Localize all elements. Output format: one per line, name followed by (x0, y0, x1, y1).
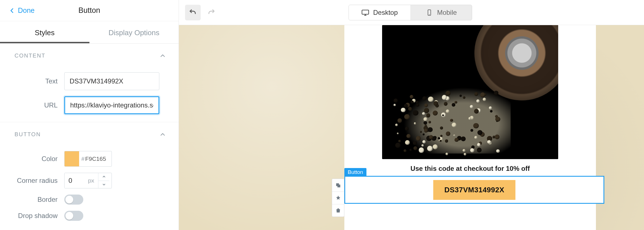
arrow-left-icon (9, 7, 16, 14)
button-url-input[interactable] (64, 96, 159, 114)
border-label: Border (0, 196, 64, 203)
section-button-label: BUTTON (15, 131, 41, 138)
color-hex[interactable]: #F9C165 (79, 155, 112, 162)
selected-block-label: Button (344, 168, 366, 177)
selected-block[interactable]: Button DS37VM314992X (344, 176, 604, 204)
caret-down-icon (102, 183, 106, 186)
device-switch: Desktop Mobile (349, 5, 472, 20)
section-content-body: Text URL (0, 61, 179, 122)
url-field-label: URL (0, 101, 64, 109)
color-swatch[interactable] (65, 151, 79, 166)
redo-icon (207, 8, 216, 17)
block-delete-button[interactable] (332, 204, 344, 217)
mobile-icon (425, 9, 433, 16)
block-toolbar (332, 179, 344, 217)
section-button-header[interactable]: BUTTON (0, 122, 179, 140)
undo-icon (189, 8, 197, 17)
canvas-topbar: Desktop Mobile (179, 0, 644, 25)
tab-styles[interactable]: Styles (0, 21, 89, 43)
radius-step-down[interactable] (98, 181, 109, 188)
button-text-input[interactable] (64, 72, 159, 90)
chevron-up-icon (160, 53, 166, 59)
device-mobile[interactable]: Mobile (410, 5, 472, 20)
editor-sidebar: Done Button Styles Display Options CONTE… (0, 0, 179, 230)
chevron-up-icon (160, 131, 166, 138)
svg-rect-0 (362, 10, 369, 14)
device-desktop[interactable]: Desktop (349, 5, 410, 20)
done-button[interactable]: Done (9, 6, 35, 15)
preview-stage: Use this code at checkout for 10% off Bu… (179, 25, 644, 230)
selected-block-frame: DS37VM314992X (344, 176, 604, 204)
corner-radius-label: Corner radius (0, 177, 64, 185)
corner-radius-input[interactable]: px (64, 173, 112, 188)
tab-display-options[interactable]: Display Options (89, 21, 179, 43)
sidebar-title: Button (78, 6, 100, 15)
block-duplicate-button[interactable] (332, 179, 344, 191)
hero-image (382, 25, 558, 159)
section-button-body: Color #F9C165 Corner radius px Border Dr… (0, 140, 179, 229)
section-content-label: CONTENT (15, 52, 46, 59)
duplicate-icon (335, 182, 341, 188)
svg-rect-3 (337, 185, 340, 187)
section-content-header[interactable]: CONTENT (0, 44, 179, 61)
trash-icon (335, 207, 341, 214)
text-field-label: Text (0, 77, 64, 85)
drop-shadow-label: Drop shadow (0, 212, 64, 220)
caret-up-icon (102, 175, 106, 178)
history-controls (185, 5, 219, 20)
undo-button[interactable] (185, 5, 201, 20)
drop-shadow-toggle[interactable] (64, 211, 83, 221)
radius-step-up[interactable] (98, 173, 109, 181)
border-toggle[interactable] (64, 195, 83, 205)
sidebar-tabs: Styles Display Options (0, 21, 179, 44)
preview-canvas: Desktop Mobile Use this code at checkout… (179, 0, 644, 230)
star-icon (335, 195, 341, 201)
promo-caption: Use this code at checkout for 10% off (344, 165, 596, 172)
done-label: Done (18, 6, 35, 15)
redo-button[interactable] (203, 5, 219, 20)
promo-code-button[interactable]: DS37VM314992X (433, 180, 516, 200)
color-input[interactable]: #F9C165 (64, 151, 112, 167)
sidebar-header: Done Button (0, 0, 179, 21)
block-favorite-button[interactable] (332, 191, 344, 204)
corner-radius-value[interactable] (65, 173, 84, 188)
desktop-icon (361, 9, 369, 16)
color-field-label: Color (0, 155, 64, 163)
corner-radius-unit: px (84, 177, 98, 184)
